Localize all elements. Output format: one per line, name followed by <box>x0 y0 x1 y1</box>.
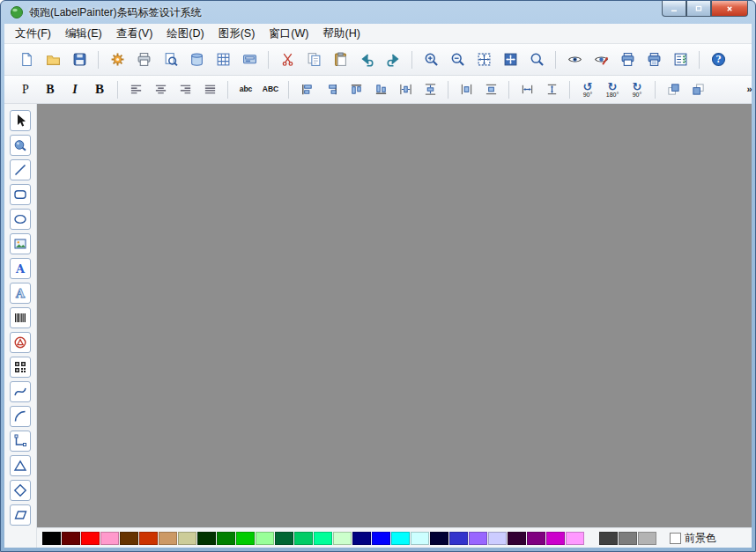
select-tool[interactable] <box>10 110 31 131</box>
menu-draw[interactable]: 绘图(D) <box>159 24 211 44</box>
edit-mode-button[interactable] <box>589 48 613 71</box>
paste-button[interactable] <box>329 48 352 71</box>
toolbar-overflow-chevron[interactable]: » <box>745 84 753 94</box>
image-tool[interactable] <box>10 233 31 254</box>
send-to-back-button[interactable] <box>687 78 709 100</box>
color-swatch[interactable] <box>411 532 429 545</box>
color-swatch[interactable] <box>546 532 565 545</box>
open-button[interactable] <box>41 48 65 71</box>
color-swatch[interactable] <box>488 532 507 545</box>
parallelogram-tool[interactable] <box>10 504 31 526</box>
align-objects-left-button[interactable] <box>296 78 318 100</box>
redo-button[interactable] <box>382 48 405 71</box>
qrcode-tool[interactable] <box>10 357 31 378</box>
rounded-rect-tool[interactable] <box>10 184 31 205</box>
menu-shape[interactable]: 图形(S) <box>211 24 263 44</box>
ellipse-tool[interactable] <box>10 209 31 230</box>
color-swatch[interactable] <box>42 532 61 545</box>
color-swatch[interactable] <box>527 532 545 545</box>
uppercase-button[interactable]: ABC <box>260 78 282 100</box>
diamond-tool[interactable] <box>10 480 31 501</box>
polyline-tool[interactable] <box>10 431 31 452</box>
title-bar[interactable]: 领跑(LabelPainter)条码标签设计系统 <box>1 1 755 24</box>
copy-button[interactable] <box>302 48 326 71</box>
label-printer-button[interactable] <box>238 48 262 71</box>
text-tool[interactable]: A <box>10 258 31 279</box>
logo-tool[interactable] <box>10 332 31 353</box>
new-button[interactable] <box>15 48 39 71</box>
maximize-button[interactable] <box>686 1 711 17</box>
align-center-button[interactable] <box>150 78 172 100</box>
menu-help[interactable]: 帮助(H) <box>315 24 367 44</box>
color-swatch[interactable] <box>372 532 390 545</box>
color-swatch[interactable] <box>566 532 584 545</box>
zoom-in-button[interactable] <box>419 48 443 71</box>
line-tool[interactable] <box>10 159 31 180</box>
align-justify-button[interactable] <box>199 78 221 100</box>
arc-tool[interactable] <box>10 406 31 427</box>
gray-swatch[interactable] <box>638 532 656 545</box>
foreground-color-swatch[interactable] <box>670 533 681 544</box>
zoom-tool-button[interactable] <box>525 48 549 71</box>
equal-width-button[interactable] <box>516 78 538 100</box>
align-left-button[interactable] <box>125 78 147 100</box>
color-swatch[interactable] <box>508 532 526 545</box>
page-center-vertical-button[interactable] <box>480 78 502 100</box>
rotate-tool[interactable] <box>10 135 31 156</box>
rotate-left-90-button[interactable]: ↺90° <box>577 78 599 100</box>
settings-button[interactable] <box>106 48 130 71</box>
minimize-button[interactable] <box>662 1 686 17</box>
art-text-tool[interactable]: A <box>10 283 31 304</box>
menu-window[interactable]: 窗口(W) <box>262 24 315 44</box>
color-swatch[interactable] <box>449 532 468 545</box>
gray-swatch[interactable] <box>619 532 637 545</box>
color-swatch[interactable] <box>100 532 119 545</box>
color-swatch[interactable] <box>81 532 100 545</box>
color-swatch[interactable] <box>352 532 371 545</box>
space-equal-vertical-button[interactable] <box>419 78 441 100</box>
color-swatch[interactable] <box>275 532 293 545</box>
color-swatch[interactable] <box>62 532 80 545</box>
color-swatch[interactable] <box>159 532 177 545</box>
print-button[interactable] <box>132 48 156 71</box>
menu-view[interactable]: 查看(V) <box>109 24 160 44</box>
color-swatch[interactable] <box>294 532 313 545</box>
fit-window-button[interactable] <box>472 48 496 71</box>
align-objects-top-button[interactable] <box>345 78 367 100</box>
bring-to-front-button[interactable] <box>663 78 685 100</box>
color-swatch[interactable] <box>333 532 352 545</box>
rotate-right-90-button[interactable]: ↻90° <box>626 78 649 100</box>
align-objects-bottom-button[interactable] <box>370 78 392 100</box>
rotate-180-button[interactable]: ↻180° <box>602 78 624 100</box>
align-right-button[interactable] <box>174 78 196 100</box>
help-button[interactable]: ? <box>707 48 730 71</box>
print-current-button[interactable] <box>616 48 640 71</box>
menu-file[interactable]: 文件(F) <box>8 24 58 44</box>
equal-height-button[interactable] <box>541 78 563 100</box>
view-mode-button[interactable] <box>563 48 587 71</box>
color-swatch[interactable] <box>217 532 235 545</box>
black-bold-button[interactable]: B <box>89 78 111 100</box>
space-equal-horizontal-button[interactable] <box>395 78 417 100</box>
font-properties-button[interactable]: P <box>15 78 37 100</box>
align-objects-right-button[interactable] <box>321 78 343 100</box>
undo-button[interactable] <box>355 48 379 71</box>
italic-button[interactable]: I <box>64 78 86 100</box>
print-preview-button[interactable] <box>159 48 182 71</box>
zoom-out-button[interactable] <box>446 48 470 71</box>
design-canvas[interactable] <box>37 104 752 527</box>
color-swatch[interactable] <box>120 532 138 545</box>
color-swatch[interactable] <box>139 532 158 545</box>
menu-edit[interactable]: 编辑(E) <box>58 24 109 44</box>
barcode-tool[interactable] <box>10 307 31 328</box>
database-button[interactable] <box>185 48 209 71</box>
page-center-horizontal-button[interactable] <box>456 78 478 100</box>
print-task-button[interactable] <box>669 48 693 71</box>
grid-button[interactable] <box>211 48 235 71</box>
save-button[interactable] <box>68 48 92 71</box>
color-swatch[interactable] <box>469 532 487 545</box>
color-swatch[interactable] <box>236 532 255 545</box>
bold-button[interactable]: B <box>40 78 62 100</box>
triangle-tool[interactable] <box>10 455 31 476</box>
color-swatch[interactable] <box>430 532 448 545</box>
